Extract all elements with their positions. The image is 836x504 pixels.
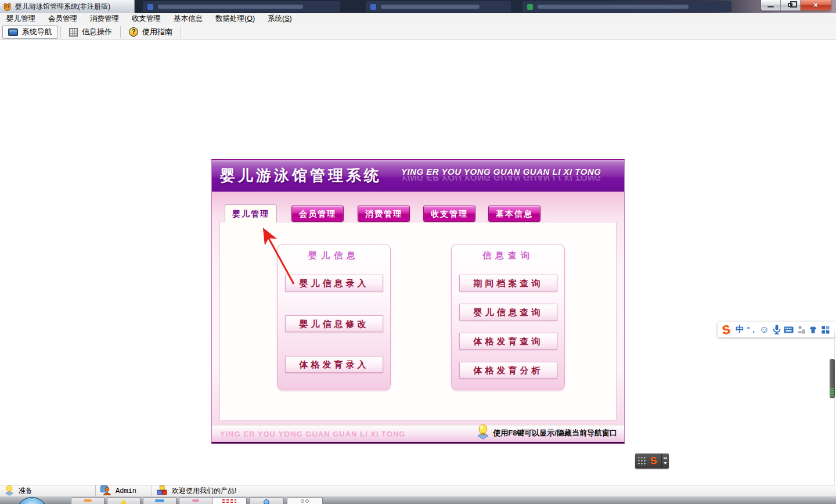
drag-handle-icon[interactable]: [637, 456, 646, 466]
tab-baby-management[interactable]: 婴儿管理: [225, 204, 277, 222]
menu-finance-management[interactable]: 收支管理: [125, 13, 167, 24]
background-tab-icon: [147, 4, 153, 10]
language-bar-minimized: S: [635, 453, 669, 469]
taskbar-button[interactable]: [249, 497, 284, 504]
period-archive-query-button[interactable]: 期间档案查询: [459, 275, 557, 291]
tab-consume-management[interactable]: 消费管理: [358, 206, 410, 222]
workspace: 婴儿游泳馆管理系统 YING ER YOU YONG GUAN GUAN LI …: [0, 40, 836, 485]
window-title: 婴儿游泳馆管理系统(非注册版): [15, 2, 110, 12]
background-tab-icon: [370, 4, 376, 10]
info-operation-label: 信息操作: [82, 27, 112, 37]
punctuation-icon[interactable]: °，: [746, 323, 758, 337]
help-icon: [129, 27, 138, 37]
keyboard-icon[interactable]: [783, 323, 795, 337]
close-button[interactable]: ×: [801, 0, 831, 10]
status-welcome-text: 欢迎使用我们的产品!: [172, 486, 236, 496]
system-nav-label: 系统导航: [22, 27, 52, 37]
taskbar: [0, 496, 836, 504]
growth-analysis-button[interactable]: 体格发育分析: [459, 362, 557, 379]
taskbar-button[interactable]: [71, 497, 105, 504]
menu-consume-management[interactable]: 消费管理: [84, 13, 125, 24]
status-ready-section: 准备: [0, 485, 96, 497]
microphone-icon[interactable]: [770, 323, 783, 337]
user-guide-button[interactable]: 使用指南: [123, 26, 178, 39]
panel-title: 婴儿游泳馆管理系统: [220, 160, 382, 190]
emoji-icon[interactable]: ☺: [758, 323, 770, 337]
cubes-icon: [157, 485, 167, 497]
close-icon: ×: [801, 1, 831, 9]
taskbar-button[interactable]: [179, 497, 212, 504]
tab-basic-info[interactable]: 基本信息: [488, 206, 540, 222]
docked-sidebar-handle[interactable]: [830, 359, 835, 398]
sogou-logo-icon[interactable]: S: [718, 321, 734, 337]
growth-query-button[interactable]: 体格发育查询: [459, 333, 557, 350]
group-title: 信息查询: [452, 250, 564, 261]
panel-body: 婴儿管理 会员管理 消费管理 收支管理 基本信息 婴儿信息 婴儿信息录入 婴儿信…: [212, 192, 624, 442]
menu-member-management[interactable]: 会员管理: [42, 13, 84, 24]
background-tab-icon: [527, 4, 533, 10]
edge-divider: [834, 330, 835, 504]
screen-icon: [8, 28, 18, 36]
window-title-tab: 婴儿游泳馆管理系统(非注册版): [0, 0, 135, 13]
panel-header: 婴儿游泳馆管理系统 YING ER YOU YONG GUAN GUAN LI …: [212, 160, 624, 192]
app-icon: [3, 2, 12, 11]
window-controls: ×: [761, 0, 831, 11]
tab-finance-management[interactable]: 收支管理: [423, 206, 475, 222]
taskbar-app-icon: [120, 499, 128, 504]
taskbar-button[interactable]: [287, 497, 323, 504]
input-method-toolbar: S 中 °， ☺: [718, 322, 836, 337]
info-operation-button[interactable]: 信息操作: [63, 26, 118, 39]
chinese-mode-icon[interactable]: 中: [734, 323, 746, 337]
status-ready-text: 准备: [19, 486, 33, 496]
background-window-tab: [143, 1, 340, 12]
sogou-logo-icon[interactable]: S: [646, 454, 662, 467]
lightbulb-icon: [5, 485, 14, 498]
status-user-text: Admin: [116, 487, 136, 495]
growth-entry-button[interactable]: 体格发育录入: [285, 356, 383, 373]
taskbar-app-icon: [84, 499, 92, 502]
group-baby-info: 婴儿信息 婴儿信息录入 婴儿信息修改 体格发育录入: [277, 244, 391, 390]
group-title: 婴儿信息: [278, 250, 390, 261]
user-guide-label: 使用指南: [142, 27, 172, 37]
toolbar-separator: [60, 26, 61, 38]
handwriting-icon[interactable]: [795, 323, 807, 337]
user-icon: [100, 485, 111, 497]
group-info-query: 信息查询 期间档案查询 婴儿信息查询 体格发育查询 体格发育分析: [451, 244, 565, 390]
menu-system[interactable]: 系统(S): [261, 13, 298, 24]
taskbar-button-active[interactable]: [212, 497, 247, 504]
minimize-button[interactable]: [761, 0, 781, 10]
taskbar-button[interactable]: [143, 497, 176, 504]
status-welcome-section: 欢迎使用我们的产品!: [152, 485, 326, 497]
tab-member-management[interactable]: 会员管理: [291, 206, 344, 222]
system-nav-button[interactable]: 系统导航: [2, 26, 58, 39]
menu-basic-info[interactable]: 基本信息: [167, 13, 209, 24]
toolbar-separator: [181, 26, 181, 38]
start-button[interactable]: [16, 497, 48, 504]
menu-data-processing[interactable]: 数据处理(O): [209, 13, 261, 24]
chevron-down-icon[interactable]: [664, 462, 667, 465]
panel-tagline: YING ER YOU YONG GUAN GUAN LI XI TONG YI…: [401, 167, 619, 183]
taskbar-app-icon: [155, 499, 164, 502]
footer-tagline: YING ER YOU YONG GUAN GUAN LI XI TONG: [220, 426, 405, 442]
lightbulb-icon: [477, 424, 489, 442]
baby-info-query-button[interactable]: 婴儿信息查询: [459, 304, 557, 321]
background-window-tab: [366, 1, 511, 12]
menu-bar: 婴儿管理 会员管理 消费管理 收支管理 基本信息 数据处理(O) 系统(S): [0, 13, 836, 24]
toolbox-icon[interactable]: [819, 323, 831, 337]
status-user-section: Admin: [96, 485, 152, 497]
skin-icon[interactable]: [807, 323, 819, 337]
taskbar-app-icon: [301, 499, 309, 503]
taskbar-button[interactable]: [107, 497, 140, 504]
restore-button[interactable]: [781, 0, 801, 10]
minimize-icon: [767, 6, 774, 8]
restore-icon: [788, 3, 792, 7]
minimize-icon[interactable]: [664, 458, 667, 459]
application-window: 婴儿游泳馆管理系统(非注册版) × 婴儿管理 会员管理 消费管理 收支管理 基本…: [0, 0, 836, 504]
toolbar-separator: [120, 26, 121, 38]
taskbar-app-icon: [192, 499, 199, 502]
taskbar-app-icon: [264, 499, 269, 504]
baby-info-entry-button[interactable]: 婴儿信息录入: [285, 275, 383, 291]
baby-info-modify-button[interactable]: 婴儿信息修改: [285, 315, 383, 332]
menu-baby-management[interactable]: 婴儿管理: [0, 13, 42, 24]
background-window-tab: [522, 1, 732, 12]
